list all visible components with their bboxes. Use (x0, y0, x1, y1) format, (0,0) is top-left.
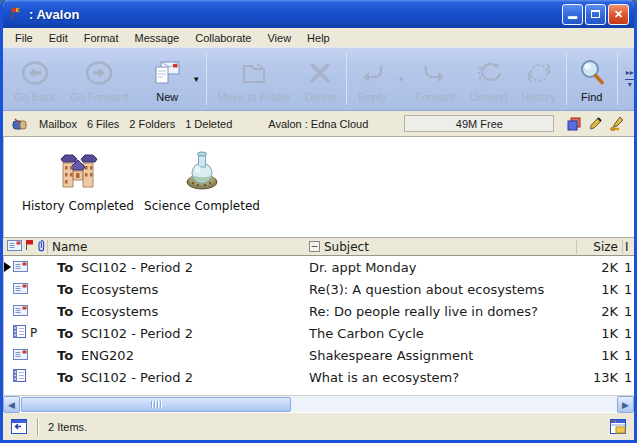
app-window: : Avalon ▬ ✕ File Edit Format Message Co… (0, 0, 637, 443)
column-header-subject[interactable]: − Subject (305, 240, 576, 254)
free-space-text: 49M Free (456, 118, 503, 130)
go-forward-button[interactable]: Go Forward (63, 50, 135, 108)
recipient-name: SCI102 - Period 2 (81, 326, 193, 341)
message-row[interactable]: ToSCI102 - Period 2 What is an ecosystem… (3, 366, 634, 388)
date-text: 1 (622, 326, 634, 341)
shortcut-label: Science Completed (144, 199, 260, 213)
items-count-text: 2 Items. (48, 421, 87, 433)
toolbar-expander-icon[interactable]: ▸▸▾ (621, 50, 637, 108)
message-row[interactable]: ToEcosystems Re: Do people really live i… (3, 300, 634, 322)
size-text: 2K (576, 304, 622, 319)
subject-text: Re(3): A question about ecosystems (305, 282, 576, 297)
minimize-button[interactable]: ▬ (562, 4, 583, 25)
show-panel-icon[interactable] (610, 419, 626, 434)
new-button[interactable]: New (145, 50, 189, 108)
new-dropdown-arrow[interactable]: ▼ (189, 50, 203, 108)
to-label: To (57, 260, 73, 275)
status-bar: 2 Items. (3, 412, 634, 440)
edit-pencil-icon[interactable] (589, 117, 602, 131)
attachment-icon[interactable] (37, 239, 45, 255)
go-back-button[interactable]: Go Back (7, 50, 63, 108)
shortcut-label: History Completed (22, 199, 134, 213)
date-text: 1 (622, 282, 634, 297)
size-text: 13K (576, 370, 622, 385)
collapse-subject-icon[interactable]: − (309, 241, 320, 252)
forward-button[interactable]: Forward (408, 50, 462, 108)
title-bar[interactable]: : Avalon ▬ ✕ (3, 0, 634, 28)
resume-pencil-icon[interactable] (610, 117, 626, 131)
free-space-gauge: 49M Free (404, 115, 554, 132)
recipient-name: Ecosystems (81, 282, 158, 297)
mailbox-content: History Completed Sci (3, 137, 634, 395)
forward-arrow-icon (420, 58, 450, 88)
column-header-name[interactable]: Name (47, 240, 305, 254)
move-to-folder-icon (239, 58, 269, 88)
recipient-name: Ecosystems (81, 304, 158, 319)
history-building-icon (55, 149, 101, 195)
message-type-icon[interactable] (7, 240, 22, 254)
menu-format[interactable]: Format (76, 30, 127, 46)
column-header-size[interactable]: Size (576, 240, 622, 254)
split-view-icon[interactable] (567, 117, 581, 131)
move-to-folder-button[interactable]: Move to Folder (210, 50, 297, 108)
history-button[interactable]: History (515, 50, 563, 108)
selection-marker-icon (4, 262, 11, 272)
new-message-icon (152, 58, 182, 88)
message-icon (13, 304, 28, 319)
subject-text: Shakespeare Assignment (305, 348, 576, 363)
subject-text: Dr. appt Monday (305, 260, 576, 275)
flag-icon[interactable] (25, 239, 34, 254)
menu-help[interactable]: Help (299, 30, 338, 46)
shortcut-history-completed[interactable]: History Completed (28, 149, 128, 237)
infobar-title: Mailbox (39, 118, 77, 130)
document-icon (13, 325, 26, 341)
size-text: 2K (576, 260, 622, 275)
toolbar-separator (617, 53, 618, 105)
find-button[interactable]: Find (570, 50, 614, 108)
menu-message[interactable]: Message (127, 30, 188, 46)
maximize-button[interactable] (585, 4, 606, 25)
message-row[interactable]: ToEcosystems Re(3): A question about eco… (3, 278, 634, 300)
reply-button[interactable]: Reply (350, 50, 394, 108)
menu-bar: File Edit Format Message Collaborate Vie… (3, 28, 634, 47)
mailbox-info-bar: Mailbox 6 Files 2 Folders 1 Deleted Aval… (3, 111, 634, 137)
column-header-last-modified[interactable]: I (622, 240, 634, 254)
collapse-panel-icon[interactable] (11, 419, 27, 434)
horizontal-scrollbar[interactable]: ◀ ▶ (3, 395, 634, 412)
files-count: 6 Files (87, 118, 119, 130)
size-text: 1K (576, 282, 622, 297)
unsend-button[interactable]: Unsend (463, 50, 515, 108)
recipient-name: SCI102 - Period 2 (81, 260, 193, 275)
message-row[interactable]: ToSCI102 - Period 2 Dr. appt Monday 2K 1 (3, 256, 634, 278)
message-row[interactable]: P ToSCI102 - Period 2 The Carbon Cycle 1… (3, 322, 634, 344)
date-text: 1 (622, 370, 634, 385)
delete-button[interactable]: Delete (298, 50, 344, 108)
scroll-left-arrow-icon[interactable]: ◀ (3, 396, 20, 413)
scroll-right-arrow-icon[interactable]: ▶ (617, 396, 634, 413)
subject-text: What is an ecosystem? (305, 370, 576, 385)
to-label: To (57, 304, 73, 319)
menu-file[interactable]: File (7, 30, 41, 46)
reply-icon (357, 58, 387, 88)
menu-edit[interactable]: Edit (41, 30, 76, 46)
to-label: To (57, 370, 73, 385)
date-text: 1 (622, 304, 634, 319)
menu-collaborate[interactable]: Collaborate (187, 30, 259, 46)
toolbar-separator (346, 53, 347, 105)
subject-text: Re: Do people really live in domes? (305, 304, 576, 319)
toolbar-separator (566, 53, 567, 105)
close-button[interactable]: ✕ (608, 4, 629, 25)
folders-count: 2 Folders (129, 118, 175, 130)
message-row[interactable]: ToENG202 Shakespeare Assignment 1K 1 (3, 344, 634, 366)
message-list: ToSCI102 - Period 2 Dr. appt Monday 2K 1… (3, 256, 634, 395)
menu-view[interactable]: View (259, 30, 299, 46)
reply-dropdown-arrow[interactable]: ▼ (394, 50, 408, 108)
mailbox-icon (11, 116, 29, 132)
document-icon (13, 369, 26, 385)
recipient-name: SCI102 - Period 2 (81, 370, 193, 385)
scrollbar-thumb[interactable] (21, 397, 291, 412)
message-icon (13, 348, 28, 363)
size-text: 1K (576, 348, 622, 363)
shortcut-science-completed[interactable]: Science Completed (152, 149, 252, 237)
account-name: Avalon : Edna Cloud (268, 118, 368, 130)
